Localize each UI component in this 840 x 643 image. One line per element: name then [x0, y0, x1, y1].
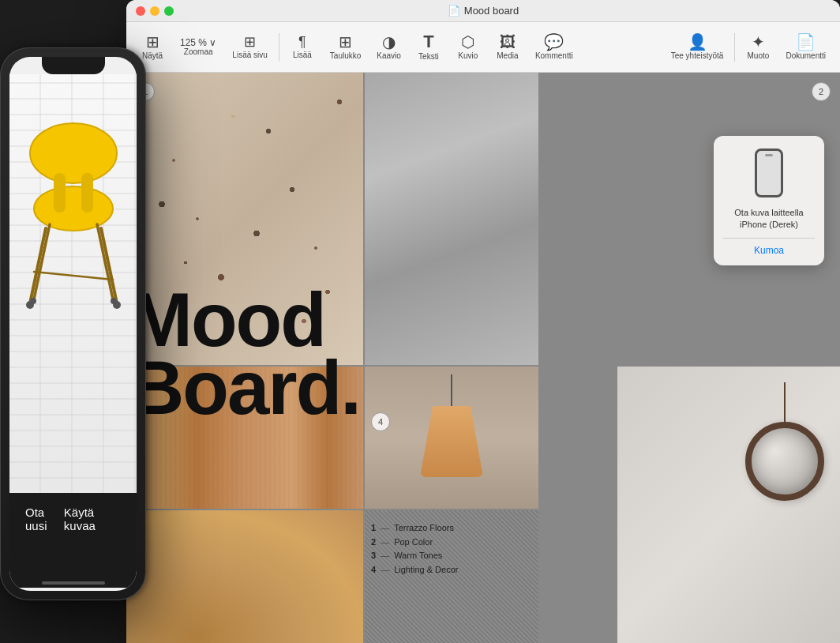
iphone-screen: Ota uusi Käytä kuvaa	[9, 57, 137, 591]
title-text: Mood board	[464, 5, 519, 17]
toolbar-divider-2	[734, 33, 735, 62]
kuvio-icon: ⬡	[461, 34, 474, 50]
page-indicator-2: 2	[812, 82, 831, 101]
list-item-1-text: Terrazzo Floors	[394, 521, 454, 536]
toolbar-media[interactable]: 🖼 Media	[488, 31, 527, 63]
teksti-label: Teksti	[418, 52, 439, 61]
muoto-icon: ✦	[752, 34, 765, 50]
teksti-icon: T	[423, 33, 433, 51]
tee-yhteistyota-icon: 👤	[688, 34, 707, 50]
toolbar-zoomaa[interactable]: 125 % ∨ Zoomaa	[172, 35, 224, 59]
mood-text-line2: Board.	[129, 354, 545, 422]
page-indicator-4: 4	[371, 412, 390, 431]
iphone-camera-popup: Ota kuva laitteella iPhone (Derek) Kumoa	[714, 136, 824, 265]
kaavio-icon: ◑	[382, 34, 396, 50]
kaavio-label: Kaavio	[377, 51, 401, 60]
list-item-3: 3 — Warm Tones	[371, 549, 458, 563]
toolbar-divider-1	[279, 33, 279, 62]
mirror-object	[745, 382, 824, 501]
chair-svg	[22, 106, 125, 343]
toolbar-lisaa[interactable]: ¶ Lisää	[283, 32, 322, 62]
list-item-3-text: Warm Tones	[394, 549, 442, 563]
close-button[interactable]	[136, 6, 145, 16]
kuvio-label: Kuvio	[458, 51, 478, 60]
dokumentti-label: Dokumentti	[786, 51, 826, 60]
svg-point-12	[111, 298, 117, 304]
kommentti-label: Kommentti	[535, 51, 573, 60]
zoomaa-label: Zoomaa	[184, 47, 213, 56]
muoto-label: Muoto	[748, 51, 770, 60]
toolbar-tee-yhteistyota[interactable]: 👤 Tee yhteistyötä	[663, 31, 732, 63]
svg-point-0	[30, 123, 117, 183]
list-item-2: 2 — Pop Color	[371, 536, 458, 550]
popup-main-text: Ota kuva laitteella iPhone (Derek)	[723, 207, 815, 231]
lisaa-sivu-icon: ⊞	[244, 35, 256, 49]
toolbar: ⊞ Näytä 125 % ∨ Zoomaa ⊞ Lisää sivu ¶ Li…	[126, 22, 840, 73]
mood-text-line1: Mood	[129, 286, 545, 354]
toolbar-taulukko[interactable]: ⊞ Taulukko	[322, 31, 369, 63]
lisaa-icon: ¶	[298, 35, 306, 49]
minimize-button[interactable]	[150, 6, 159, 16]
iphone-device: Ota uusi Käytä kuvaa	[0, 47, 166, 616]
document-icon: 📄	[448, 5, 460, 17]
taulukko-label: Taulukko	[330, 51, 361, 60]
svg-line-8	[34, 272, 113, 280]
media-icon: 🖼	[500, 34, 516, 50]
iphone-bottom-bar: Ota uusi Käytä kuvaa	[9, 493, 137, 588]
toolbar-kaavio[interactable]: ◑ Kaavio	[369, 31, 409, 63]
toolbar-kommentti[interactable]: 💬 Kommentti	[527, 31, 581, 63]
home-indicator	[42, 581, 105, 585]
toolbar-muoto[interactable]: ✦ Muoto	[738, 31, 778, 63]
svg-point-1	[34, 186, 113, 231]
media-label: Media	[497, 51, 518, 60]
list-item-4: 4 — Lighting & Decor	[371, 563, 458, 577]
list-item-1: 1 — Terrazzo Floors	[371, 521, 458, 536]
toolbar-dokumentti[interactable]: 📄 Dokumentti	[778, 31, 834, 63]
window-title: 📄 Mood board	[448, 5, 519, 17]
iphone-retake-button[interactable]: Ota uusi	[25, 506, 64, 532]
toolbar-kuvio[interactable]: ⬡ Kuvio	[448, 31, 488, 63]
svg-line-4	[30, 228, 46, 303]
mirror-strap	[784, 382, 786, 422]
svg-line-6	[34, 224, 50, 299]
toolbar-teksti[interactable]: T Teksti	[409, 30, 448, 64]
mood-board-heading: Mood Board.	[126, 286, 545, 423]
svg-line-5	[101, 228, 117, 303]
popup-cancel-button[interactable]: Kumoa	[754, 245, 784, 256]
chair-body	[22, 106, 125, 346]
macos-window: 📄 Mood board ⊞ Näytä 125 % ∨ Zoomaa ⊞ Li…	[126, 0, 840, 643]
svg-point-11	[30, 298, 36, 304]
mirror-circle	[745, 422, 824, 501]
iphone-small-icon	[755, 149, 783, 197]
tee-yhteistyota-label: Tee yhteistyötä	[671, 51, 724, 60]
items-list: 1 — Terrazzo Floors 2 — Pop Color 3 — Wa…	[371, 521, 458, 577]
popup-icon-area	[745, 145, 793, 201]
list-item-4-text: Lighting & Decor	[394, 563, 458, 577]
maximize-button[interactable]	[164, 6, 174, 16]
zoomaa-icon: 125 % ∨	[180, 38, 216, 47]
kommentti-icon: 💬	[544, 34, 564, 50]
svg-rect-2	[54, 173, 66, 212]
popup-divider	[723, 238, 815, 239]
chair-scene	[9, 74, 137, 493]
toolbar-lisaa-sivu[interactable]: ⊞ Lisää sivu	[224, 32, 275, 62]
iphone-use-photo-button[interactable]: Käytä kuvaa	[64, 506, 121, 532]
canvas-area: Mood Board.	[126, 73, 840, 643]
iphone-notch	[42, 57, 105, 74]
iphone-photo-area	[9, 74, 137, 493]
taulukko-icon: ⊞	[339, 34, 352, 50]
lisaa-sivu-label: Lisää sivu	[232, 51, 267, 59]
iphone-outer-shell: Ota uusi Käytä kuvaa	[0, 47, 146, 600]
mirror-area	[617, 367, 840, 643]
lisaa-label: Lisää	[293, 51, 312, 59]
window-controls	[136, 6, 174, 16]
mirror-bg	[617, 367, 840, 643]
svg-line-7	[97, 224, 113, 299]
titlebar: 📄 Mood board	[126, 0, 840, 22]
svg-rect-3	[81, 173, 93, 212]
dokumentti-icon: 📄	[796, 34, 816, 50]
list-item-2-text: Pop Color	[394, 536, 433, 550]
